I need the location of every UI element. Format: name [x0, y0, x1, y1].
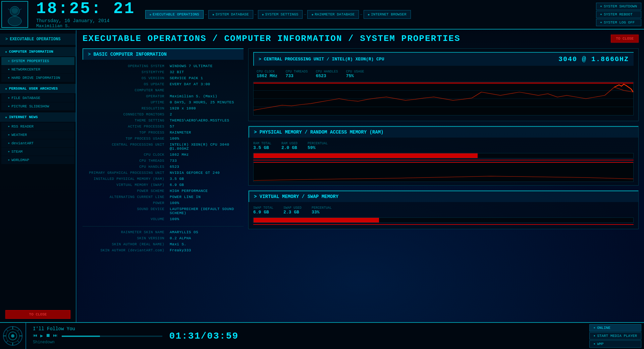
info-row-uptime: UPTIME 0 DAYS, 3 HOURS, 25 MINUTES — [83, 99, 244, 105]
cpu-stat-handles: CPU HANDLES 6523 — [316, 70, 338, 79]
bottom-player: I'll Follow You ⏮ ▶ ⏹ ⏭ Shinedown 01:31/… — [26, 323, 587, 349]
info-label-computername: COMPUTER NAME — [83, 88, 170, 92]
wmp-button[interactable]: WMP — [589, 340, 641, 348]
info-row-topprocess: TOP PROCESS RAINMETER — [83, 130, 244, 136]
info-row-cpuclock: CPU CLOCK 1862 MHz — [83, 152, 244, 158]
info-row-theme: THEME SETTING THEMES\AERO\AERO.MSSTYLES — [83, 117, 244, 123]
sidebar-item-hard-drive[interactable]: HARD DRIVE INFORMATION — [1, 74, 74, 82]
nav-tab-internet[interactable]: INTERNET BROWSER — [364, 10, 411, 19]
info-label-sound: SOUND DEVICE — [83, 207, 170, 211]
sidebar-section-internet-news[interactable]: INTERNET NEWS — [0, 112, 76, 122]
info-value-power: 100% — [170, 201, 179, 205]
info-label-swap: VIRTUAL MEMORY (SWAP) — [83, 183, 170, 187]
sidebar-item-steam[interactable]: STEAM — [1, 148, 74, 156]
info-row-swap: VIRTUAL MEMORY (SWAP) 6.9 GB — [83, 182, 244, 188]
info-label-processes: ACTIVE PROCESSES — [83, 124, 170, 129]
info-row-systemtype: SYSTEMTYPE 32 BIT — [83, 69, 244, 75]
player-prev-button[interactable]: ⏮ — [33, 333, 38, 338]
player-progress-bar[interactable] — [62, 336, 162, 337]
sidebar-section-computer-info[interactable]: COMPUTER INFORMATION — [0, 47, 76, 56]
info-value-ram: 3.5 GB — [170, 177, 184, 181]
player-stop-button[interactable]: ⏹ — [46, 333, 50, 338]
sidebar-item-sys-props[interactable]: SYSTEM PROPERTIES — [1, 57, 74, 65]
info-label-skinversion: SKIN VERSION — [83, 236, 170, 240]
logoff-button[interactable]: SYSTEM LOG OFF — [596, 19, 641, 26]
swap-stat-used: SWAP USED 2.3 GB — [283, 206, 302, 215]
nav-tab-rainmeter-db[interactable]: RAINMETER DATABASE — [307, 10, 359, 19]
cpu-stat-threads: CPU THREADS 733 — [285, 70, 308, 79]
bottom-right: ONLINE START MEDIA PLAYER WMP — [587, 321, 644, 349]
info-value-osupdate: EVERY DAY AT 3:00 — [170, 82, 210, 86]
info-row-skinauthorda: SKIN AUTHOR (deviantART.com) Freaky333 — [83, 247, 244, 253]
info-value-skinauthorda: Freaky333 — [170, 248, 191, 252]
svg-rect-10 — [254, 162, 633, 182]
info-value-cpuhandles: 6523 — [170, 165, 179, 169]
ram-bar-container — [253, 153, 634, 158]
start-media-player-button[interactable]: START MEDIA PLAYER — [589, 332, 641, 340]
info-label-osupdate: OS UPDATE — [83, 82, 170, 86]
info-label-theme: THEME SETTING — [83, 118, 170, 122]
sidebar-close-button[interactable]: TO CLOSE — [5, 310, 70, 319]
sidebar: EXECUTABLE OPERATIONS COMPUTER INFORMATI… — [0, 30, 76, 322]
top-nav: EXECUTABLE OPERATIONS — SYSTEM DATABASE … — [142, 10, 593, 19]
ram-stat-percent: PERCENTUAL 59% — [308, 142, 328, 150]
player-next-button[interactable]: ⏭ — [53, 333, 58, 338]
svg-point-1 — [8, 16, 21, 26]
col-left: BASIC COMPUTER INFORMATION OPERATING SYS… — [83, 48, 244, 313]
ram-bar-fill — [254, 153, 478, 158]
nav-tab-exe-ops[interactable]: EXECUTABLE OPERATIONS — [145, 10, 203, 19]
swap-section: VIRTUAL MEMORY / SWAP MEMORY SWAP TOTAL … — [248, 190, 639, 229]
info-value-cputhreads: 733 — [170, 159, 177, 163]
info-label-operator: OPERATOR — [83, 94, 170, 98]
nav-arrow-4: — — [360, 13, 362, 16]
info-value-gpu: NVIDIA GEFORCE GT 240 — [170, 171, 220, 175]
info-label-cpu: CENTRAL PROCESSING UNIT — [83, 143, 170, 147]
sidebar-item-deviantart[interactable]: deviantART — [1, 139, 74, 147]
svg-line-4 — [20, 9, 21, 10]
page-title: EXECUTABLE OPERATIONS / COMPUTER INFORMA… — [83, 34, 461, 44]
nav-tab-sys-settings[interactable]: SYSTEM SETTINGS — [258, 10, 303, 19]
player-controls: ⏮ ▶ ⏹ ⏭ — [33, 333, 58, 339]
status-online: ONLINE — [589, 324, 641, 332]
info-value-skinname: AMARYLLIS OS — [170, 230, 198, 234]
svg-line-20 — [6, 329, 8, 331]
ram-header: PHYSICAL MEMORY / RANDOM ACCESS MEMORY (… — [249, 126, 638, 138]
swap-body: SWAP TOTAL 6.9 GB SWAP USED 2.3 GB PERCE… — [249, 205, 638, 229]
player-song-title: I'll Follow You — [33, 326, 162, 332]
info-row-skinversion: SKIN VERSION 0.2 ALPHA — [83, 235, 244, 241]
swap-stat-total: SWAP TOTAL 6.9 GB — [253, 206, 273, 215]
info-label-osversion: OS VERSION — [83, 76, 170, 80]
svg-rect-11 — [254, 162, 633, 163]
logo-icon — [3, 326, 23, 346]
info-label-skinauthor: SKIN AUTHOR (REAL NAME) — [83, 242, 170, 246]
player-play-button[interactable]: ▶ — [40, 333, 43, 339]
rainmeter-skin-section: RAINMETER SKIN NAME AMARYLLIS OS SKIN VE… — [83, 226, 244, 253]
sidebar-item-weather[interactable]: WEATHER — [1, 131, 74, 139]
info-row-osversion: OS VERSION SERVICE PACK 1 — [83, 75, 244, 81]
info-label-cpuclock: CPU CLOCK — [83, 153, 170, 157]
reboot-button[interactable]: SYSTEM REBOOT — [596, 11, 641, 18]
sidebar-section-personal-archives[interactable]: PERSONAL USER ARCHIVES — [0, 84, 76, 93]
nav-tab-sys-db[interactable]: SYSTEM DATABASE — [208, 10, 253, 19]
info-row-os: OPERATING SYSTEM WINDOWS 7 ULTIMATE — [83, 63, 244, 69]
clock-display: 18:25: 21 — [36, 1, 135, 17]
sidebar-item-networkcenter[interactable]: NETWORKCENTER — [1, 65, 74, 73]
info-table: OPERATING SYSTEM WINDOWS 7 ULTIMATE SYST… — [83, 63, 244, 313]
swap-bar-fill — [254, 218, 379, 222]
info-label-gpu: PRIMARY GRAPHICAL PROCESSING UNIT — [83, 171, 170, 175]
info-row-volume: VOLUME 100% — [83, 216, 244, 222]
sidebar-item-rss-reader[interactable]: RSS READER — [1, 122, 74, 131]
info-label-skinname: RAINMETER SKIN NAME — [83, 230, 170, 234]
page-close-button[interactable]: TO CLOSE — [611, 35, 639, 43]
info-row-powerscheme: POWER SCHEME HIGH PERFORMANCE — [83, 188, 244, 194]
sidebar-item-file-db[interactable]: FILE DATABASE — [1, 94, 74, 102]
sidebar-item-picture-slideshow[interactable]: PICTURE SLIDESHOW — [1, 102, 74, 110]
svg-rect-9 — [254, 83, 633, 84]
sidebar-item-worldmap[interactable]: WORLDMAP — [1, 156, 74, 164]
nav-arrow-3: — — [304, 13, 306, 16]
shutdown-button[interactable]: SYSTEM SHUTDOWN — [596, 3, 641, 10]
info-label-acline: ALTERNATING CURRENT LINE — [83, 195, 170, 199]
sidebar-main-header[interactable]: EXECUTABLE OPERATIONS — [0, 34, 76, 45]
info-value-acline: POWER LINE IN — [170, 195, 201, 199]
info-value-skinauthor: Maxi S. — [170, 242, 186, 246]
